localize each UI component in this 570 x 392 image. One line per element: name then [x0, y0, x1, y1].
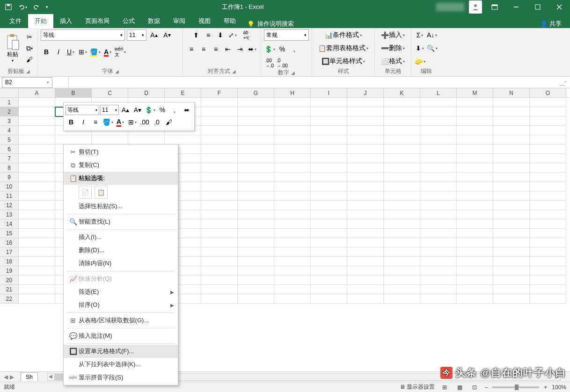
cell-K8[interactable] [384, 163, 420, 173]
share-button[interactable]: 👤 共享 [534, 20, 567, 28]
cell-G22[interactable] [238, 294, 274, 304]
cell-I17[interactable] [311, 247, 347, 257]
menu-show-phonetic[interactable]: wén显示拼音字段(S) [64, 371, 178, 384]
cell-H2[interactable] [274, 107, 311, 116]
cell-O18[interactable] [530, 257, 566, 266]
cell-L11[interactable] [420, 191, 457, 201]
select-all-corner[interactable] [0, 88, 19, 97]
mini-italic[interactable]: I [78, 116, 89, 128]
sort-filter-button[interactable]: A↓▾ [426, 29, 438, 41]
orientation-button[interactable]: ⤢▾ [227, 29, 238, 41]
mini-inc-decimal[interactable]: .00 [139, 116, 150, 128]
cell-G4[interactable] [238, 126, 274, 135]
delete-cells-button[interactable]: ➖ 删除▾ [378, 43, 408, 54]
cell-H15[interactable] [274, 229, 311, 238]
cell-O2[interactable] [530, 107, 566, 116]
cell-L6[interactable] [420, 145, 457, 154]
cell-K1[interactable] [384, 98, 420, 107]
row-header-17[interactable]: 17 [0, 247, 19, 257]
cell-H8[interactable] [274, 163, 311, 173]
cell-M16[interactable] [457, 238, 493, 247]
cell-J16[interactable] [347, 238, 384, 247]
cell-M13[interactable] [457, 210, 493, 219]
cell-A9[interactable] [19, 173, 55, 182]
cell-N13[interactable] [493, 210, 530, 219]
cell-H10[interactable] [274, 182, 311, 191]
cell-K12[interactable] [384, 201, 420, 210]
cell-G12[interactable] [238, 201, 274, 210]
cell-G14[interactable] [238, 219, 274, 229]
tab-review[interactable]: 审阅 [167, 14, 192, 28]
cell-L14[interactable] [420, 219, 457, 229]
cell-O11[interactable] [530, 191, 566, 201]
cell-F3[interactable] [201, 116, 238, 126]
tab-home[interactable]: 开始 [28, 14, 53, 28]
cell-N8[interactable] [493, 163, 530, 173]
row-header-14[interactable]: 14 [0, 219, 19, 229]
menu-pick-from-list[interactable]: 从下拉列表中选择(K)... [64, 358, 178, 371]
cell-C5[interactable] [92, 135, 128, 145]
close-button[interactable] [548, 0, 570, 14]
cell-H4[interactable] [274, 126, 311, 135]
cell-J6[interactable] [347, 145, 384, 154]
cell-L17[interactable] [420, 247, 457, 257]
align-launcher[interactable]: ◢ [232, 69, 236, 74]
cell-F12[interactable] [201, 201, 238, 210]
cell-I16[interactable] [311, 238, 347, 247]
page-break-view-button[interactable]: ⊡ [469, 383, 480, 392]
mini-border[interactable]: ⊞▾ [127, 116, 138, 128]
cell-L5[interactable] [420, 135, 457, 145]
cell-H16[interactable] [274, 238, 311, 247]
clipboard-launcher[interactable]: ◢ [26, 69, 30, 74]
cell-I9[interactable] [311, 173, 347, 182]
align-top-button[interactable]: ⬆ [190, 29, 202, 41]
paste-option-values[interactable]: 📋 [95, 186, 108, 199]
increase-indent-button[interactable]: ⇥ [234, 44, 246, 55]
cell-J5[interactable] [347, 135, 384, 145]
cell-L10[interactable] [420, 182, 457, 191]
align-right-button[interactable]: ≡ [210, 44, 221, 55]
cell-K13[interactable] [384, 210, 420, 219]
cell-J21[interactable] [347, 285, 384, 294]
zoom-in-button[interactable]: + [544, 384, 547, 391]
cell-J2[interactable] [347, 107, 384, 116]
cell-J22[interactable] [347, 294, 384, 304]
comma-button[interactable]: , [289, 44, 300, 55]
cell-I19[interactable] [311, 266, 347, 276]
cell-J20[interactable] [347, 276, 384, 285]
copy-button[interactable]: ⧉▾ [24, 43, 35, 53]
menu-insert[interactable]: 插入(I)... [64, 231, 178, 244]
col-header-D[interactable]: D [128, 88, 165, 97]
cell-M22[interactable] [457, 294, 493, 304]
find-select-button[interactable]: 🔍▾ [426, 43, 438, 54]
conditional-format-button[interactable]: 📊 条件格式▾ [315, 29, 372, 41]
cell-A13[interactable] [19, 210, 55, 219]
cell-O7[interactable] [530, 154, 566, 163]
col-header-M[interactable]: M [457, 88, 493, 97]
cell-A10[interactable] [19, 182, 55, 191]
italic-button[interactable]: I [53, 46, 64, 58]
cell-A5[interactable] [19, 135, 55, 145]
cell-H17[interactable] [274, 247, 311, 257]
tell-me-search[interactable]: 💡 操作说明搜索 [242, 20, 299, 28]
cell-J12[interactable] [347, 201, 384, 210]
cell-N2[interactable] [493, 107, 530, 116]
cell-K9[interactable] [384, 173, 420, 182]
cell-K5[interactable] [384, 135, 420, 145]
row-header-3[interactable]: 3 [0, 116, 19, 126]
cell-I20[interactable] [311, 276, 347, 285]
align-left-button[interactable]: ≡ [186, 44, 197, 55]
menu-sort[interactable]: 排序(O)▶ [64, 298, 178, 312]
cell-G6[interactable] [238, 145, 274, 154]
cell-J13[interactable] [347, 210, 384, 219]
cell-A3[interactable] [19, 116, 55, 126]
row-header-11[interactable]: 11 [0, 191, 19, 201]
cell-H5[interactable] [274, 135, 311, 145]
cell-G15[interactable] [238, 229, 274, 238]
cell-N3[interactable] [493, 116, 530, 126]
cell-F14[interactable] [201, 219, 238, 229]
cell-A2[interactable] [19, 107, 55, 116]
cell-I21[interactable] [311, 285, 347, 294]
cell-N16[interactable] [493, 238, 530, 247]
cell-F21[interactable] [201, 285, 238, 294]
